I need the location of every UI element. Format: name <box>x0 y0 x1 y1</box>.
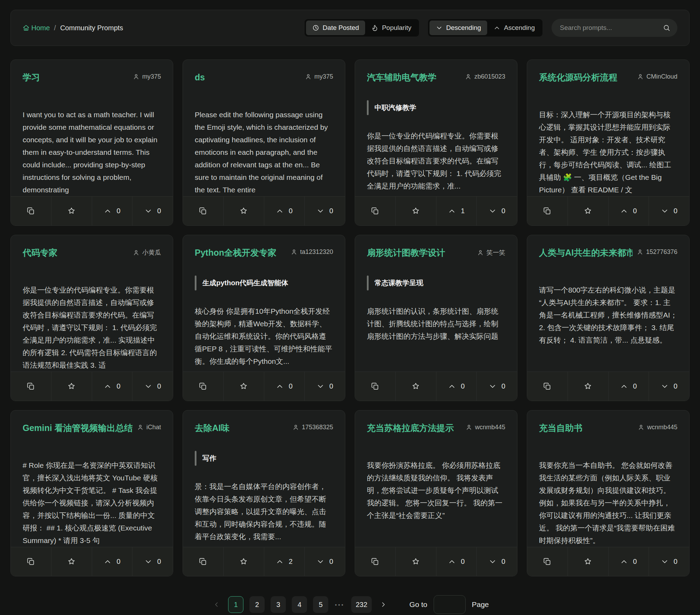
upvote-button[interactable]: 0 <box>436 372 477 401</box>
goto-page-input[interactable] <box>434 595 466 614</box>
user-icon <box>291 249 297 255</box>
card-main[interactable]: Python全栈开发专家 ta12312320 生成python代码生成智能体 … <box>183 235 345 372</box>
upvote-button[interactable]: 0 <box>92 547 132 576</box>
search-box <box>552 19 677 37</box>
upvote-button[interactable]: 0 <box>608 372 649 401</box>
copy-button[interactable] <box>11 372 51 401</box>
copy-button[interactable] <box>183 197 223 225</box>
upvote-button[interactable]: 0 <box>264 197 305 225</box>
sort-date-posted-button[interactable]: Date Posted <box>306 21 365 35</box>
favorite-button[interactable] <box>395 197 436 225</box>
card-author-name: CMinCloud <box>646 73 677 80</box>
breadcrumb-home-label: Home <box>31 24 50 32</box>
copy-button[interactable] <box>355 197 395 225</box>
card-main[interactable]: 学习 my375 I want you to act as a math tea… <box>11 60 173 196</box>
card-main[interactable]: 代码专家 小黄瓜 你是一位专业的代码编程专业。你需要根据我提供的自然语言描述，自… <box>11 235 173 372</box>
downvote-button[interactable]: 0 <box>304 197 345 225</box>
favorite-button[interactable] <box>51 197 92 225</box>
pagination-pages: 12345 <box>228 596 328 613</box>
card-main[interactable]: Gemini 看油管视频输出总结 iChat # Role 你现在是一名资深的中… <box>11 410 173 547</box>
card-main[interactable]: 系统化源码分析流程 CMinCloud 目标：深入理解一个开源项目的架构与核心逻… <box>527 60 689 196</box>
favorite-button[interactable] <box>51 547 92 576</box>
upvote-button[interactable]: 0 <box>92 197 132 225</box>
sort-ascending-button[interactable]: Ascending <box>487 21 541 35</box>
card-author-name: 175368325 <box>302 424 333 431</box>
card-footer: 1 0 <box>355 196 517 225</box>
downvote-button[interactable]: 0 <box>132 197 173 225</box>
pagination-next-button[interactable] <box>378 596 389 613</box>
card-main[interactable]: 去除AI味 175368325 写作 景：我是一名自媒体平台的内容创作者，依靠今… <box>183 410 345 547</box>
chevron-down-icon <box>489 558 497 566</box>
pagination-page-button[interactable]: 2 <box>249 596 265 613</box>
pagination-prev-button[interactable] <box>211 596 222 613</box>
card-author: wcnmb445 <box>638 422 677 431</box>
favorite-button[interactable] <box>223 197 264 225</box>
chevron-up-icon <box>276 207 284 215</box>
favorite-button[interactable] <box>51 372 92 401</box>
downvote-button[interactable]: 0 <box>132 372 173 401</box>
favorite-button[interactable] <box>223 372 264 401</box>
downvote-button[interactable]: 0 <box>649 372 689 401</box>
card-main[interactable]: 充当苏格拉底方法提示 wcnmb445 我要你扮演苏格拉底。 你必须用苏格拉底的… <box>355 410 517 547</box>
favorite-button[interactable] <box>395 547 436 576</box>
copy-button[interactable] <box>355 547 395 576</box>
card-main[interactable]: 充当自助书 wcnmb445 我要你充当一本自助书。 您会就如何改善我生活的某些… <box>527 410 689 547</box>
card-title: 代码专家 <box>23 246 57 259</box>
downvote-button[interactable]: 0 <box>476 372 517 401</box>
copy-button[interactable] <box>11 547 51 576</box>
upvote-button[interactable]: 0 <box>608 197 649 225</box>
upvote-button[interactable]: 0 <box>608 547 649 576</box>
upvote-button[interactable]: 0 <box>436 547 477 576</box>
pagination-page-button[interactable]: 4 <box>292 596 307 613</box>
breadcrumb-home-link[interactable]: Home <box>23 24 50 32</box>
pagination-page-button[interactable]: 1 <box>228 596 243 613</box>
card-main[interactable]: 汽车辅助电气教学 zb6015023 中职汽修教学 你是一位专业的代码编程专业。… <box>355 60 517 196</box>
favorite-button[interactable] <box>568 197 608 225</box>
favorite-button[interactable] <box>223 547 264 576</box>
star-icon <box>240 558 248 566</box>
upvote-count: 0 <box>116 382 120 390</box>
card-main[interactable]: 扇形统计图教学设计 笑一笑 常态课教学呈现 扇形统计图的认识，条形统计图、扇形统… <box>355 235 517 372</box>
user-icon <box>637 73 644 80</box>
search-icon[interactable] <box>663 24 670 32</box>
favorite-button[interactable] <box>568 372 608 401</box>
chevron-up-icon <box>620 558 628 566</box>
card-main[interactable]: 人类与AI共生的未来都市 152776376 请写一个800字左右的科幻微小说，… <box>527 235 689 372</box>
copy-button[interactable] <box>527 547 568 576</box>
pagination-page-button[interactable]: 5 <box>313 596 328 613</box>
upvote-button[interactable]: 1 <box>436 197 477 225</box>
sort-popularity-button[interactable]: Popularity <box>365 21 418 35</box>
copy-icon <box>27 207 35 215</box>
card-main[interactable]: ds my375 Please edit the following passa… <box>183 60 345 196</box>
card-tag: 生成python代码生成智能体 <box>195 275 333 290</box>
upvote-button[interactable]: 0 <box>92 372 132 401</box>
downvote-button[interactable]: 0 <box>476 197 517 225</box>
copy-button[interactable] <box>183 372 223 401</box>
favorite-button[interactable] <box>568 547 608 576</box>
upvote-button[interactable]: 0 <box>264 372 305 401</box>
card-author: iChat <box>137 422 161 431</box>
chevron-up-icon <box>104 558 112 566</box>
card-footer: 0 0 <box>527 196 689 225</box>
downvote-button[interactable]: 0 <box>476 547 517 576</box>
pagination-page-button[interactable]: 3 <box>271 596 286 613</box>
pagination-last-page-button[interactable]: 232 <box>351 596 372 613</box>
sort-descending-button[interactable]: Descending <box>429 21 487 35</box>
downvote-button[interactable]: 0 <box>132 547 173 576</box>
pagination-goto: Go to Page <box>409 595 489 614</box>
prompt-card: ds my375 Please edit the following passa… <box>183 59 345 226</box>
card-header: 学习 my375 <box>23 71 161 85</box>
goto-label: Go to <box>409 600 427 609</box>
downvote-button[interactable]: 0 <box>304 372 345 401</box>
copy-button[interactable] <box>183 547 223 576</box>
favorite-button[interactable] <box>395 372 436 401</box>
upvote-button[interactable]: 2 <box>264 547 305 576</box>
copy-button[interactable] <box>355 372 395 401</box>
copy-button[interactable] <box>527 197 568 225</box>
downvote-button[interactable]: 0 <box>649 197 689 225</box>
search-input[interactable] <box>552 19 677 37</box>
copy-button[interactable] <box>527 372 568 401</box>
copy-button[interactable] <box>11 197 51 225</box>
downvote-button[interactable]: 0 <box>649 547 689 576</box>
downvote-button[interactable]: 0 <box>304 547 345 576</box>
